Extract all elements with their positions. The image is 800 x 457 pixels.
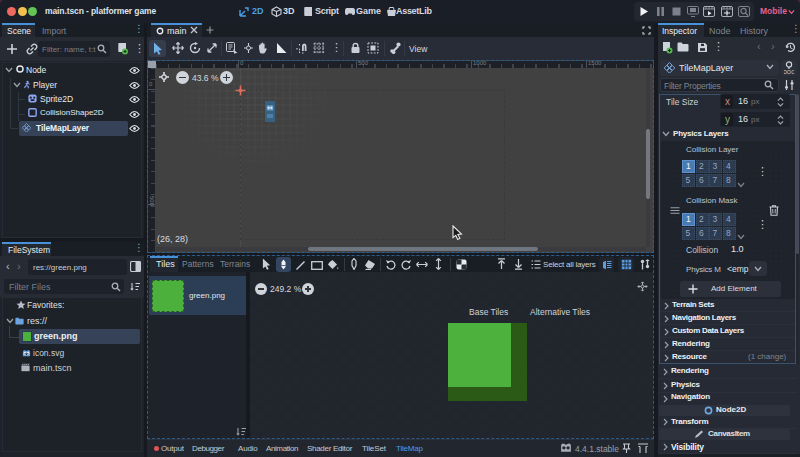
svg-text:DOC: DOC xyxy=(784,69,794,75)
